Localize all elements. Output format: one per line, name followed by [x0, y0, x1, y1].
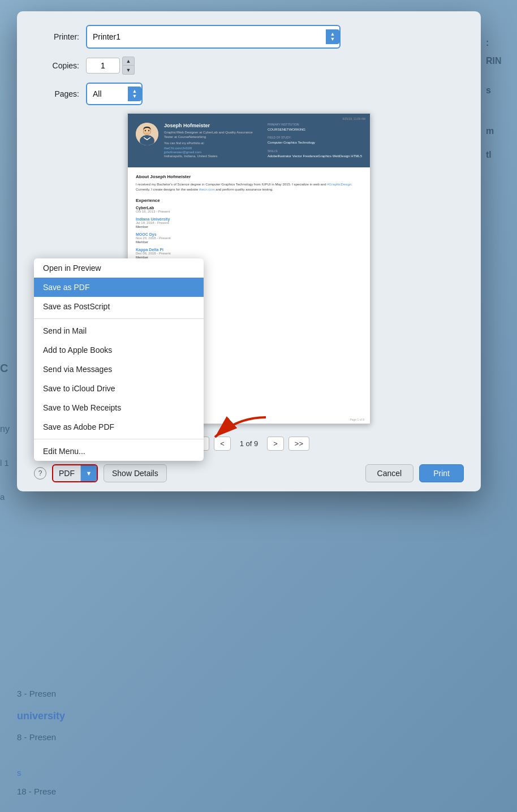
- dropdown-messages[interactable]: Send via Messages: [34, 360, 204, 379]
- preview-skills: AdobeIllustrator Vector FreelanceGraphic…: [268, 154, 362, 158]
- preview-experience-title: Experience: [136, 198, 362, 203]
- preview-exp-date-1: Oct 16, 2013 - Present: [136, 210, 362, 213]
- preview-exp-mooc: MOOC Dys Nov 20, 2018 - Present Member: [136, 232, 362, 244]
- pages-value: All: [93, 89, 102, 98]
- copies-row: Copies: 1 ▲ ▼: [34, 57, 464, 75]
- copies-label: Copies:: [34, 61, 79, 70]
- pages-label: Pages:: [34, 89, 79, 98]
- pdf-label: PDF: [53, 465, 81, 481]
- dropdown-adobe-pdf[interactable]: Save as Adobe PDF: [34, 417, 204, 437]
- preview-exp-company-1: CyberLab: [136, 206, 362, 210]
- preview-exp-company-2: Indiana University: [136, 217, 362, 221]
- print-button[interactable]: Print: [419, 464, 464, 482]
- preview-location: Indianapolis, Indiana, United States: [164, 154, 217, 158]
- pages-chevron[interactable]: ▲ ▼: [128, 87, 141, 101]
- dropdown-send-mail[interactable]: Send in Mail: [34, 321, 204, 340]
- nav-next-btn[interactable]: >: [267, 437, 284, 451]
- bottom-toolbar: ? PDF ▼ Show Details Cancel Print: [34, 459, 464, 491]
- preview-exp-company-4: Kappa Delta Pi: [136, 248, 362, 252]
- pdf-dropdown-menu: Open in Preview Save as PDF Save as Post…: [34, 258, 204, 461]
- preview-footer-right: Page 1 of 9: [350, 418, 364, 421]
- dropdown-icloud[interactable]: Save to iCloud Drive: [34, 379, 204, 398]
- dropdown-edit-menu[interactable]: Edit Menu...: [34, 442, 204, 461]
- preview-skills-label: Skills:: [268, 149, 362, 153]
- pdf-button[interactable]: PDF ▼: [52, 464, 98, 482]
- cancel-button[interactable]: Cancel: [365, 464, 414, 482]
- copies-stepper[interactable]: ▲ ▼: [122, 57, 135, 75]
- nav-last-btn[interactable]: >>: [288, 437, 309, 451]
- dropdown-web-receipts[interactable]: Save to Web Receipts: [34, 398, 204, 417]
- preview-header: Joseph Hofmeister Graphic/Web Designer a…: [128, 114, 370, 167]
- help-button[interactable]: ?: [34, 467, 46, 480]
- printer-value: Printer1: [93, 32, 120, 41]
- copies-input[interactable]: 1: [86, 58, 120, 74]
- svg-rect-3: [143, 136, 151, 141]
- preview-about-text: I received my Bachelor's of Science degr…: [136, 182, 362, 192]
- printer-chevron[interactable]: ▲ ▼: [326, 29, 339, 44]
- preview-exp-role-3: Member: [136, 240, 362, 244]
- dropdown-open-preview[interactable]: Open in Preview: [34, 258, 204, 278]
- pages-row: Pages: All ▲ ▼: [34, 83, 464, 105]
- preview-portfolio-label: You can find my ePortfolio at:: [164, 141, 262, 145]
- dropdown-divider-2: [34, 439, 204, 439]
- dropdown-save-postscript[interactable]: Save as PostScript: [34, 297, 204, 316]
- preview-exp-date-4: Dec 06, 2018 - Present: [136, 252, 362, 255]
- pdf-dropdown-arrow[interactable]: ▼: [81, 465, 97, 481]
- printer-select[interactable]: Printer1 ▲ ▼: [86, 25, 341, 49]
- preview-exp-indiana: Indiana University Jul 18, 2018 - Presen…: [136, 217, 362, 228]
- preview-institution: COURSENETWORKING: [268, 127, 362, 132]
- dropdown-divider-1: [34, 318, 204, 319]
- preview-name-section: Joseph Hofmeister Graphic/Web Designer a…: [164, 123, 262, 158]
- preview-avatar: [136, 123, 158, 145]
- nav-page-text: 1 of 9: [235, 439, 263, 448]
- preview-title: Graphic/Web Designer at CyberLab and Qua…: [164, 130, 262, 140]
- print-dialog: Printer: Printer1 ▲ ▼ Copies: 1 ▲ ▼ Page…: [17, 11, 481, 491]
- svg-point-6: [148, 130, 149, 131]
- printer-label: Printer:: [34, 32, 79, 41]
- copies-up-btn[interactable]: ▲: [122, 57, 135, 66]
- preview-email: jphofmeister@gmail.com: [164, 150, 201, 154]
- preview-exp-role-2: Member: [136, 225, 362, 228]
- preview-exp-kappa: Kappa Delta Pi Dec 06, 2018 - Present Me…: [136, 248, 362, 259]
- dropdown-save-pdf[interactable]: Save as PDF: [34, 278, 204, 297]
- pages-select[interactable]: All ▲ ▼: [86, 83, 143, 105]
- preview-about-title: About Joseph Hofmeister: [136, 174, 362, 179]
- preview-exp-date-3: Nov 20, 2018 - Present: [136, 236, 362, 240]
- preview-right-section: Primary Institution: COURSENETWORKING Fi…: [268, 123, 362, 158]
- dropdown-apple-books[interactable]: Add to Apple Books: [34, 340, 204, 360]
- printer-row: Printer: Printer1 ▲ ▼: [34, 25, 464, 49]
- preview-name: Joseph Hofmeister: [164, 123, 262, 128]
- nav-prev-btn[interactable]: <: [214, 437, 231, 451]
- svg-point-5: [145, 130, 146, 131]
- preview-exp-company-3: MOOC Dys: [136, 232, 362, 236]
- preview-exp-date-2: Jul 18, 2018 - Present: [136, 221, 362, 224]
- preview-field-label: Field of Study:: [268, 136, 362, 139]
- preview-timestamp: 6/25/19, 11:09 AM: [342, 117, 365, 120]
- preview-institution-label: Primary Institution:: [268, 123, 362, 126]
- preview-field: Computer Graphics Technology: [268, 140, 362, 145]
- copies-down-btn[interactable]: ▼: [122, 66, 135, 75]
- show-details-button[interactable]: Show Details: [104, 464, 167, 482]
- preview-exp-cyberlab: CyberLab Oct 16, 2013 - Present: [136, 206, 362, 213]
- bg-lower-content: 3 - Presen university 8 - Presen s 18 - …: [0, 673, 82, 812]
- preview-portfolio-link: theCN.com/JH198: [164, 146, 192, 150]
